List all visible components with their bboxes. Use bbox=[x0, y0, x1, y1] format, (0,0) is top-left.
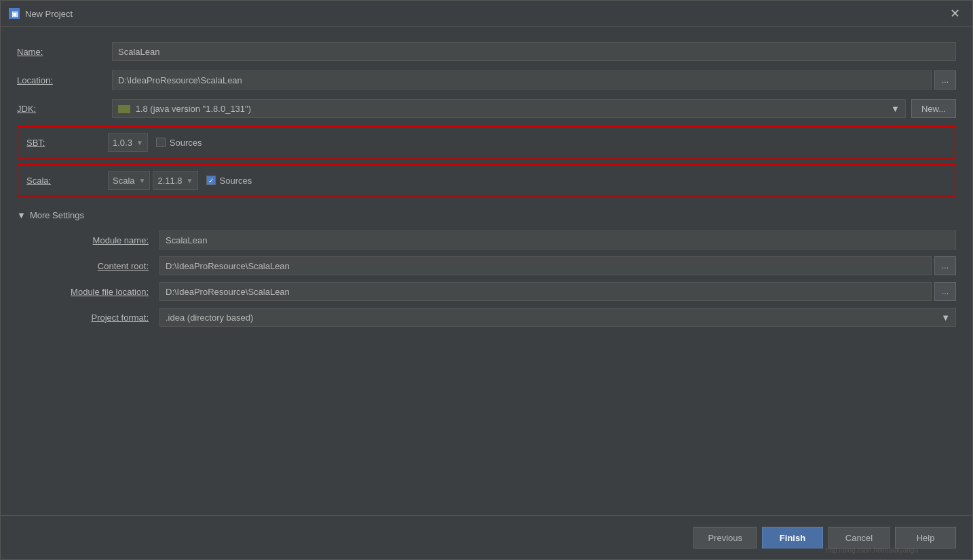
dialog-icon: ▣ bbox=[9, 8, 20, 19]
jdk-icon bbox=[118, 105, 130, 113]
more-settings-arrow-icon: ▼ bbox=[17, 210, 26, 220]
module-name-row: Module name: bbox=[24, 230, 956, 250]
sbt-dropdown-arrow-icon: ▼ bbox=[136, 139, 143, 146]
project-format-label: Project format: bbox=[24, 313, 159, 323]
jdk-dropdown[interactable]: 1.8 (java version "1.8.0_131") ▼ bbox=[112, 99, 906, 118]
dialog-title: New Project bbox=[25, 9, 73, 19]
content-root-row: Content root: ... bbox=[24, 256, 956, 276]
module-name-input[interactable] bbox=[159, 231, 956, 249]
scala-version-dropdown[interactable]: 2.11.8 ▼ bbox=[153, 171, 197, 190]
project-format-dropdown[interactable]: .idea (directory based) ▼ bbox=[159, 308, 956, 327]
location-row: Location: ... bbox=[17, 69, 956, 91]
scala-sources-checkbox-label[interactable]: ✓ Sources bbox=[206, 176, 252, 186]
content-root-input[interactable] bbox=[159, 256, 932, 275]
cancel-button[interactable]: Cancel bbox=[828, 527, 890, 548]
title-bar: ▣ New Project ✕ bbox=[1, 1, 972, 27]
module-name-label: Module name: bbox=[24, 235, 159, 245]
title-bar-left: ▣ New Project bbox=[9, 8, 73, 19]
jdk-row: JDK: 1.8 (java version "1.8.0_131") ▼ Ne… bbox=[17, 98, 956, 119]
content-root-row-inner: ... bbox=[159, 256, 956, 275]
watermark: http://blog.csdn.net/dataiyangu bbox=[826, 546, 918, 554]
new-project-dialog: ▣ New Project ✕ Name: Location: ... bbox=[0, 0, 973, 560]
scala-sources-checkbox[interactable]: ✓ bbox=[206, 176, 216, 185]
jdk-row-inner: 1.8 (java version "1.8.0_131") ▼ New... bbox=[112, 99, 956, 118]
more-settings: ▼ More Settings Module name: Content roo… bbox=[17, 210, 956, 327]
module-file-label: Module file location: bbox=[24, 287, 159, 297]
content-root-browse-button[interactable]: ... bbox=[934, 256, 956, 275]
module-file-input[interactable] bbox=[159, 282, 932, 301]
module-file-row: Module file location: ... bbox=[24, 281, 956, 302]
sbt-sources-checkbox[interactable] bbox=[156, 138, 166, 147]
location-input[interactable] bbox=[112, 71, 932, 89]
scala-version-dropdown-arrow-icon: ▼ bbox=[187, 177, 193, 184]
name-input[interactable] bbox=[112, 42, 956, 61]
new-jdk-button[interactable]: New... bbox=[911, 99, 956, 118]
project-format-dropdown-arrow-icon: ▼ bbox=[941, 313, 950, 323]
sbt-section: SBT: 1.0.3 ▼ Sources bbox=[17, 126, 956, 159]
module-file-row-inner: ... bbox=[159, 282, 956, 301]
finish-button[interactable]: Finish bbox=[762, 527, 823, 548]
location-row-inner: ... bbox=[112, 71, 956, 89]
location-browse-button[interactable]: ... bbox=[934, 71, 956, 89]
sbt-version-dropdown[interactable]: 1.0.3 ▼ bbox=[108, 133, 148, 152]
jdk-dropdown-arrow-icon: ▼ bbox=[891, 104, 900, 114]
scala-label: Scala: bbox=[26, 176, 108, 186]
sbt-sources-checkbox-label[interactable]: Sources bbox=[156, 138, 202, 148]
more-settings-content: Module name: Content root: ... bbox=[17, 230, 956, 327]
help-button[interactable]: Help bbox=[895, 527, 956, 548]
previous-button[interactable]: Previous bbox=[693, 527, 757, 548]
form-content: Name: Location: ... JDK: 1. bbox=[1, 27, 972, 515]
name-row: Name: bbox=[17, 41, 956, 62]
location-label: Location: bbox=[17, 75, 112, 85]
content-root-label: Content root: bbox=[24, 261, 159, 271]
scala-type-dropdown-arrow-icon: ▼ bbox=[139, 177, 146, 184]
scala-type-dropdown[interactable]: Scala ▼ bbox=[108, 171, 150, 190]
name-label: Name: bbox=[17, 47, 112, 57]
project-format-row: Project format: .idea (directory based) … bbox=[24, 307, 956, 327]
more-settings-toggle[interactable]: ▼ More Settings bbox=[17, 210, 956, 220]
jdk-label: JDK: bbox=[17, 104, 112, 114]
sbt-label: SBT: bbox=[26, 138, 108, 148]
close-button[interactable]: ✕ bbox=[946, 6, 964, 21]
module-file-browse-button[interactable]: ... bbox=[934, 282, 956, 301]
scala-section: Scala: Scala ▼ 2.11.8 ▼ ✓ Sources bbox=[17, 164, 956, 197]
